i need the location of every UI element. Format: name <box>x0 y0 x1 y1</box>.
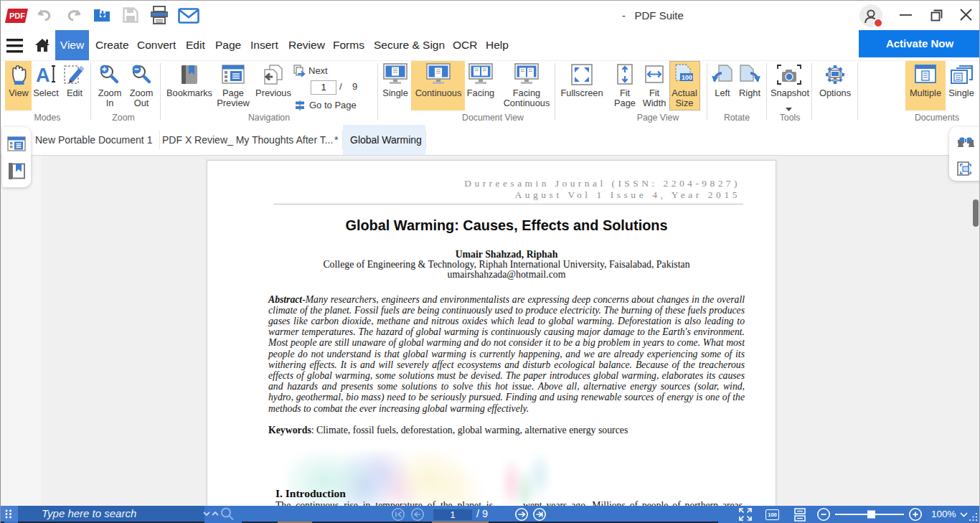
save <box>122 6 139 24</box>
home[interactable] <box>35 38 50 52</box>
activate-now[interactable]: Activate Now <box>859 30 980 57</box>
icon-singledoc[interactable] <box>949 65 974 85</box>
svg-text:100: 100 <box>682 74 692 81</box>
icon-zoomin[interactable] <box>98 64 120 85</box>
icon-continuous <box>425 63 451 85</box>
panel-pagepreview[interactable] <box>7 136 26 151</box>
redo <box>65 7 83 23</box>
minimize[interactable] <box>899 8 913 22</box>
statusbar-page-input[interactable]: 1 <box>433 509 472 520</box>
icon-fitpage[interactable] <box>615 64 635 85</box>
close[interactable] <box>959 8 974 22</box>
menu-view-selected[interactable]: View <box>55 30 89 60</box>
journal-line2: August Vol 1 Issue 4, Year 2015 <box>431 189 740 201</box>
main-menu[interactable] <box>6 37 24 55</box>
email[interactable] <box>178 8 199 24</box>
icon-single[interactable] <box>382 63 408 85</box>
icon-select[interactable]: A <box>35 64 57 85</box>
keywords: Keywords: Climate, fossil fuels, defores… <box>268 425 745 436</box>
icon-rotleft[interactable] <box>712 64 733 85</box>
icon-facing[interactable] <box>468 63 494 85</box>
doc-title: Global Warming: Causes, Effects and Solu… <box>268 217 745 234</box>
icon-previous[interactable] <box>261 64 284 85</box>
icon-next[interactable] <box>293 65 306 76</box>
title-bar: PDF <box>1 1 980 30</box>
icon-view <box>9 64 28 85</box>
status-bar: Type here to search 1 / 9 <box>1 506 980 523</box>
icon-goto <box>294 100 306 111</box>
icon-rotright[interactable] <box>739 64 760 85</box>
journal-line1: Durreesamin Journal (ISSN: 2204-9827) <box>431 178 740 189</box>
tab-1[interactable]: New Portable Document 1 <box>35 125 152 155</box>
icon-zoomout[interactable] <box>131 64 152 85</box>
open[interactable] <box>93 6 113 24</box>
icon-fullscreen[interactable] <box>570 63 593 86</box>
svg-text:A: A <box>36 65 50 86</box>
maximize[interactable] <box>929 7 945 23</box>
intro-heading: I. Introduction <box>275 487 346 500</box>
icon-options[interactable] <box>823 63 847 86</box>
icon-multiple <box>914 65 937 85</box>
tab-2[interactable]: PDF X Review_ My Thoughts After T... <box>162 125 333 155</box>
print[interactable] <box>149 6 169 24</box>
undo <box>35 7 54 23</box>
panel-bookmarks[interactable] <box>8 162 26 180</box>
icon-actualsize: 100 <box>674 64 695 85</box>
icon-snapshot[interactable] <box>776 64 802 85</box>
scrollbar-thumb <box>973 199 979 227</box>
pdf-suite-app: PDF <box>0 0 980 523</box>
zoom-slider[interactable] <box>817 506 918 523</box>
panel-snapshot[interactable] <box>957 160 974 176</box>
search-box[interactable]: Type here to search <box>18 506 204 522</box>
zoom-level: 100% <box>931 506 956 523</box>
icon-bookmarks[interactable] <box>179 64 199 85</box>
page-number-input[interactable]: 1 <box>311 80 336 95</box>
panel-search[interactable] <box>957 136 974 148</box>
icon-facingcont[interactable] <box>514 63 540 85</box>
icon-fitwidth[interactable] <box>644 64 664 85</box>
icon-pagepreview[interactable] <box>222 65 245 85</box>
icon-edit[interactable] <box>63 64 85 85</box>
